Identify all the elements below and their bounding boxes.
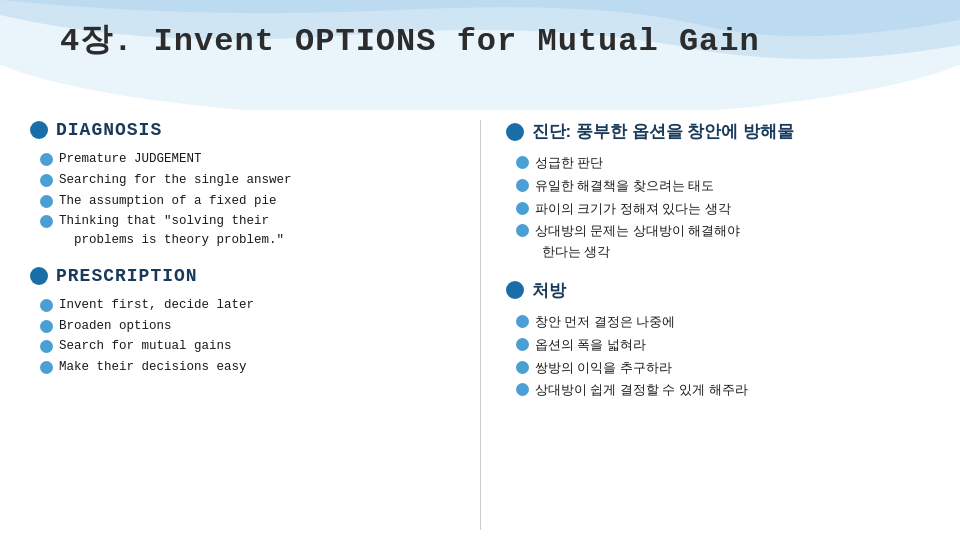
list-item: Searching for the single answer bbox=[40, 171, 455, 190]
diagnosis-bullet bbox=[30, 121, 48, 139]
kr-prescription-label: 처방 bbox=[532, 279, 566, 302]
item-text: 상대방이 쉽게 결정할 수 있게 해주라 bbox=[535, 380, 748, 401]
item-text: 파이의 크기가 정해져 있다는 생각 bbox=[535, 199, 731, 220]
sub-bullet-icon bbox=[516, 224, 529, 237]
item-text: Broaden options bbox=[59, 317, 172, 336]
item-text: Thinking that "solving their problems is… bbox=[59, 212, 284, 250]
list-item: 파이의 크기가 정해져 있다는 생각 bbox=[516, 199, 931, 220]
sub-bullet-icon bbox=[516, 338, 529, 351]
prescription-label: PRESCRIPTION bbox=[56, 266, 198, 286]
list-item: 상대방이 쉽게 결정할 수 있게 해주라 bbox=[516, 380, 931, 401]
list-item: Thinking that "solving their problems is… bbox=[40, 212, 455, 250]
sub-bullet-icon bbox=[516, 383, 529, 396]
sub-bullet-icon bbox=[40, 320, 53, 333]
slide: 4장. Invent OPTIONS for Mutual Gain DIAGN… bbox=[0, 0, 960, 540]
diagnosis-section: DIAGNOSIS Premature JUDGEMENT Searching … bbox=[30, 120, 455, 250]
sub-bullet-icon bbox=[40, 153, 53, 166]
list-item: 옵션의 폭을 넓혀라 bbox=[516, 335, 931, 356]
left-column: DIAGNOSIS Premature JUDGEMENT Searching … bbox=[30, 120, 455, 530]
item-text: 옵션의 폭을 넓혀라 bbox=[535, 335, 646, 356]
sub-bullet-icon bbox=[516, 315, 529, 328]
prescription-bullet bbox=[30, 267, 48, 285]
sub-bullet-icon bbox=[516, 156, 529, 169]
sub-bullet-icon bbox=[516, 179, 529, 192]
list-item: 유일한 해결책을 찾으려는 태도 bbox=[516, 176, 931, 197]
sub-bullet-icon bbox=[40, 174, 53, 187]
kr-prescription-title-row: 처방 bbox=[506, 279, 931, 302]
sub-bullet-icon bbox=[40, 361, 53, 374]
kr-diagnosis-section: 진단: 풍부한 옵션을 창안에 방해물 성급한 판단 유일한 해결책을 찾으려는… bbox=[506, 120, 931, 263]
item-text: 상대방의 문제는 상대방이 해결해야 한다는 생각 bbox=[535, 221, 741, 263]
item-text: 유일한 해결책을 찾으려는 태도 bbox=[535, 176, 715, 197]
item-text: Premature JUDGEMENT bbox=[59, 150, 202, 169]
sub-bullet-icon bbox=[516, 361, 529, 374]
prescription-items: Invent first, decide later Broaden optio… bbox=[30, 296, 455, 377]
sub-bullet-icon bbox=[40, 215, 53, 228]
item-text: Make their decisions easy bbox=[59, 358, 247, 377]
sub-bullet-icon bbox=[40, 299, 53, 312]
header: 4장. Invent OPTIONS for Mutual Gain bbox=[0, 0, 960, 110]
content: DIAGNOSIS Premature JUDGEMENT Searching … bbox=[0, 110, 960, 540]
item-text: Searching for the single answer bbox=[59, 171, 292, 190]
item-text: 쌍방의 이익을 추구하라 bbox=[535, 358, 672, 379]
item-text: The assumption of a fixed pie bbox=[59, 192, 277, 211]
header-title: 4장. Invent OPTIONS for Mutual Gain bbox=[60, 18, 760, 62]
list-item: 쌍방의 이익을 추구하라 bbox=[516, 358, 931, 379]
list-item: Make their decisions easy bbox=[40, 358, 455, 377]
sub-bullet-icon bbox=[40, 195, 53, 208]
prescription-section: PRESCRIPTION Invent first, decide later … bbox=[30, 266, 455, 377]
diagnosis-label: DIAGNOSIS bbox=[56, 120, 162, 140]
list-item: 상대방의 문제는 상대방이 해결해야 한다는 생각 bbox=[516, 221, 931, 263]
kr-prescription-items: 창안 먼저 결정은 나중에 옵션의 폭을 넓혀라 쌍방의 이익을 추구하라 상대… bbox=[506, 312, 931, 401]
item-text: Search for mutual gains bbox=[59, 337, 232, 356]
kr-diagnosis-title-row: 진단: 풍부한 옵션을 창안에 방해물 bbox=[506, 120, 931, 143]
kr-diagnosis-label: 진단: 풍부한 옵션을 창안에 방해물 bbox=[532, 120, 795, 143]
kr-prescription-section: 처방 창안 먼저 결정은 나중에 옵션의 폭을 넓혀라 쌍방의 이익을 추구하라 bbox=[506, 279, 931, 401]
list-item: 창안 먼저 결정은 나중에 bbox=[516, 312, 931, 333]
kr-diagnosis-items: 성급한 판단 유일한 해결책을 찾으려는 태도 파이의 크기가 정해져 있다는 … bbox=[506, 153, 931, 263]
list-item: Search for mutual gains bbox=[40, 337, 455, 356]
item-text: Invent first, decide later bbox=[59, 296, 254, 315]
list-item: The assumption of a fixed pie bbox=[40, 192, 455, 211]
item-text: 창안 먼저 결정은 나중에 bbox=[535, 312, 676, 333]
list-item: Premature JUDGEMENT bbox=[40, 150, 455, 169]
kr-diagnosis-bullet bbox=[506, 123, 524, 141]
prescription-title-row: PRESCRIPTION bbox=[30, 266, 455, 286]
sub-bullet-icon bbox=[40, 340, 53, 353]
diagnosis-title-row: DIAGNOSIS bbox=[30, 120, 455, 140]
diagnosis-items: Premature JUDGEMENT Searching for the si… bbox=[30, 150, 455, 250]
list-item: Broaden options bbox=[40, 317, 455, 336]
kr-prescription-bullet bbox=[506, 281, 524, 299]
column-divider bbox=[480, 120, 481, 530]
list-item: Invent first, decide later bbox=[40, 296, 455, 315]
item-text: 성급한 판단 bbox=[535, 153, 604, 174]
right-column: 진단: 풍부한 옵션을 창안에 방해물 성급한 판단 유일한 해결책을 찾으려는… bbox=[506, 120, 931, 530]
list-item: 성급한 판단 bbox=[516, 153, 931, 174]
sub-bullet-icon bbox=[516, 202, 529, 215]
